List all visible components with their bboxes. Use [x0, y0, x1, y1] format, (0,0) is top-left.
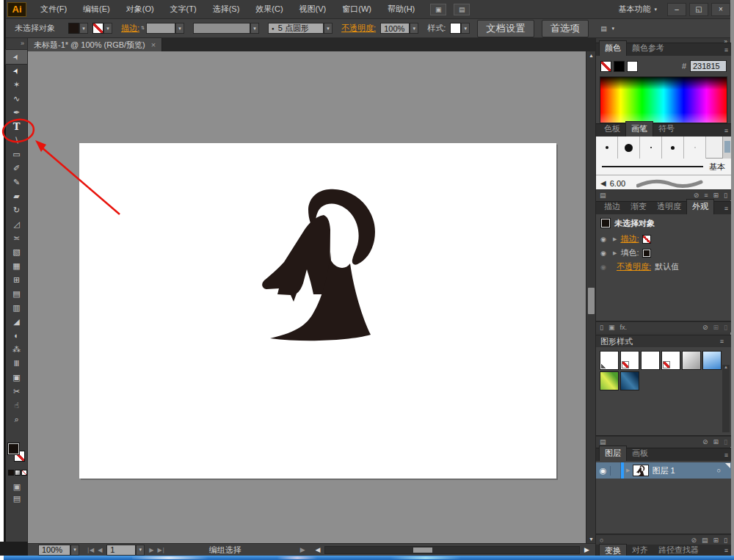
width-profile-dropdown-icon[interactable]: ▾ — [250, 23, 259, 34]
expand-arrow-icon[interactable]: ▶ — [613, 250, 617, 256]
style-dropdown-icon[interactable]: ▾ — [461, 23, 470, 34]
tool-line-segment[interactable]: ∖ — [6, 134, 27, 148]
tool-slice[interactable]: ✂ — [6, 385, 27, 399]
arrange-documents-icon[interactable]: ▤ — [454, 4, 470, 15]
close-button[interactable]: × — [711, 3, 730, 16]
expand-arrow-icon[interactable]: ▶ — [613, 236, 617, 242]
menu-help[interactable]: 帮助(H) — [379, 4, 423, 15]
tool-blend[interactable]: ◐ — [6, 329, 27, 343]
graphic-style-swatch[interactable] — [682, 351, 701, 370]
artboard[interactable] — [79, 143, 556, 479]
visibility-eye-icon[interactable]: ◉ — [600, 263, 609, 271]
brush-libraries-icon[interactable]: ▤ — [600, 192, 606, 199]
panel-menu-icon[interactable]: ≡ — [724, 547, 728, 554]
visibility-eye-icon[interactable]: ◉ — [600, 236, 609, 243]
tab-transparency[interactable]: 透明度 — [652, 200, 686, 214]
brush-scrollbar[interactable] — [722, 137, 731, 159]
color-spectrum[interactable] — [600, 76, 727, 123]
document-tab[interactable]: 未标题-1* @ 100% (RGB/预览) × — [28, 38, 162, 51]
restore-button[interactable]: ◱ — [689, 3, 708, 16]
hex-value-field[interactable]: 231815 — [690, 60, 727, 72]
document-setup-button[interactable]: 文档设置 — [477, 20, 534, 37]
tool-column-graph[interactable]: Ⅲ — [6, 357, 27, 371]
stroke-row-swatch[interactable] — [642, 235, 651, 244]
menu-edit[interactable]: 编辑(E) — [75, 4, 118, 15]
horizontal-scrollbar[interactable] — [324, 546, 580, 554]
new-layer-icon[interactable]: ⊞ — [713, 537, 719, 544]
graphic-style-swatch[interactable] — [600, 371, 619, 390]
new-style-icon[interactable]: ⊞ — [713, 438, 719, 446]
menu-effect[interactable]: 效果(C) — [247, 4, 291, 15]
tab-appearance[interactable]: 外观 — [686, 199, 714, 214]
graphic-style-swatch[interactable] — [620, 371, 639, 390]
black-swatch[interactable] — [614, 61, 625, 72]
workspace-mini-dropdown-icon[interactable]: ▾ — [612, 26, 615, 32]
tab-gradient[interactable]: 渐变 — [625, 200, 652, 214]
new-stroke-icon[interactable]: ▯ — [600, 324, 603, 331]
new-fill-icon[interactable]: ▣ — [608, 324, 615, 331]
tool-symbol-sprayer[interactable]: ⁂ — [6, 343, 27, 357]
vertical-scroll-thumb[interactable] — [588, 288, 595, 314]
brush-definition-field[interactable]: ● 5 点圆形 — [268, 23, 324, 34]
bridge-icon[interactable]: ▣ — [430, 4, 446, 15]
tab-transform[interactable]: 变换 — [599, 544, 627, 557]
delete-layer-icon[interactable]: ▯ — [724, 537, 727, 544]
opacity-field[interactable]: 100% — [380, 23, 410, 34]
layer-row[interactable]: ◉ ▶ 图层 1 ○ — [596, 462, 731, 479]
remove-brush-stroke-icon[interactable]: ⊘ — [694, 192, 700, 199]
hscroll-right-icon[interactable]: ▶ — [584, 546, 589, 553]
brush-item[interactable] — [662, 137, 684, 159]
tab-pathfinder[interactable]: 路径查找器 — [653, 544, 704, 556]
delete-style-icon[interactable]: ▯ — [724, 438, 727, 446]
fill-indicator-swatch[interactable] — [8, 443, 19, 454]
gradient-button[interactable] — [15, 470, 21, 476]
appearance-row-opacity[interactable]: ◉ 不透明度: 默认值 — [596, 260, 731, 274]
panel-menu-icon[interactable]: ≡ — [724, 451, 728, 459]
clipping-mask-icon[interactable]: ⊘ — [691, 537, 697, 544]
graphic-styles-scrollbar[interactable]: ▲ — [722, 365, 730, 432]
panel-menu-icon[interactable]: ≡ — [720, 338, 724, 345]
tool-magic-wand[interactable]: ✶ — [6, 78, 27, 92]
appearance-row-fill[interactable]: ◉ ▶ 填色: — [596, 246, 731, 260]
layer-visibility-eye-icon[interactable]: ◉ — [596, 466, 611, 476]
tab-align[interactable]: 对齐 — [627, 544, 653, 556]
opacity-dropdown-icon[interactable]: ▾ — [410, 23, 418, 34]
new-sublayer-icon[interactable]: ▤ — [702, 537, 708, 544]
tool-free-transform[interactable]: ▧ — [6, 245, 27, 259]
tab-stroke[interactable]: 描边 — [599, 200, 625, 214]
clear-appearance-icon[interactable]: ⊘ — [702, 324, 708, 331]
scroll-up-icon[interactable]: ▲ — [722, 365, 730, 369]
brush-item-basic[interactable]: 基本 — [596, 159, 731, 175]
layer-name[interactable]: 图层 1 — [652, 465, 675, 476]
tool-rectangle[interactable]: ▭ — [6, 148, 27, 161]
tool-scale[interactable]: ◿ — [6, 217, 27, 231]
add-effect-icon[interactable]: fx. — [619, 324, 627, 331]
panel-menu-icon[interactable]: ≡ — [724, 205, 728, 212]
tool-direct-selection[interactable]: ➤ — [6, 64, 27, 78]
brush-dropdown-icon[interactable]: ▾ — [324, 23, 333, 34]
stroke-weight-field[interactable] — [146, 23, 175, 34]
delete-item-icon[interactable]: ▯ — [724, 324, 727, 331]
artboard-dropdown-icon[interactable]: ▾ — [136, 545, 145, 556]
zoom-dropdown-icon[interactable]: ▾ — [70, 545, 79, 556]
stroke-weight-stepper[interactable]: ⇅ — [141, 26, 145, 30]
fill-color-swatch[interactable] — [68, 23, 79, 34]
tab-artboards[interactable]: 画板 — [627, 446, 653, 461]
fill-stroke-indicator[interactable] — [8, 443, 27, 465]
tool-lasso[interactable]: ∿ — [6, 92, 27, 106]
tool-zoom[interactable]: ⌕ — [6, 412, 27, 426]
toolbar-collapse-icon[interactable]: » — [6, 38, 27, 50]
brush-item[interactable] — [618, 137, 640, 159]
layer-thumbnail[interactable] — [633, 465, 649, 476]
tool-artboard[interactable]: ▣ — [6, 371, 27, 385]
none-button[interactable] — [21, 470, 27, 476]
width-profile-field[interactable] — [193, 23, 250, 34]
layer-expand-icon[interactable]: ▶ — [626, 468, 630, 473]
artboard-number-field[interactable]: 1 — [106, 545, 136, 556]
brush-item[interactable] — [640, 137, 662, 159]
tool-pen[interactable]: ✒ — [6, 106, 27, 120]
brush-options-icon[interactable]: ≡ — [704, 192, 708, 199]
tool-paintbrush[interactable]: ✐ — [6, 161, 27, 175]
menu-object[interactable]: 对象(O) — [118, 4, 162, 15]
vertical-scrollbar[interactable]: ▲ ▼ — [586, 51, 595, 543]
